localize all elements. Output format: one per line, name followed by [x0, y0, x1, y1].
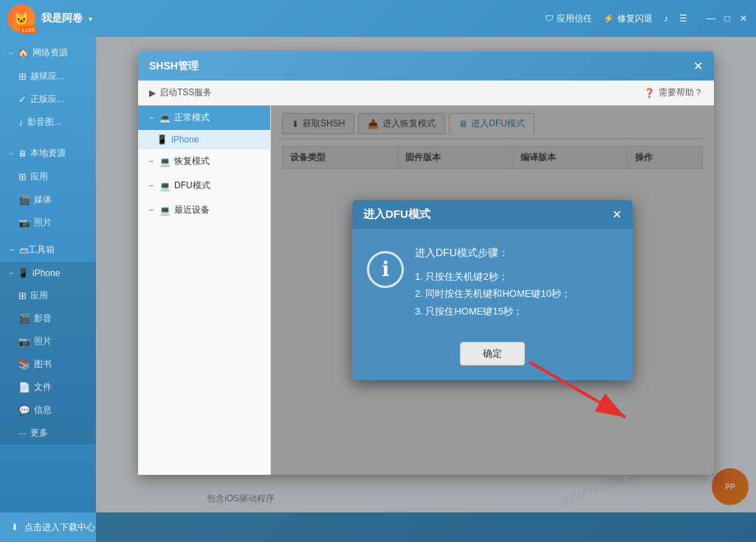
level-badge: Lv26	[20, 26, 37, 34]
jailbreak-label: 越狱应...	[30, 70, 64, 83]
shsh-modal-close-button[interactable]: ✕	[693, 59, 703, 73]
minus-icon5: －	[147, 204, 156, 216]
music-note-icon: ♪	[18, 117, 24, 128]
username: 我是阿卷	[41, 12, 83, 25]
iphone-apps-label: 应用	[30, 289, 48, 302]
minus-icon3: －	[147, 155, 156, 168]
dfu-modal: 进入DFU模式 ✕ ℹ 进入DFU模式步骤： 1. 只按住关机键2秒； 2. 同…	[352, 200, 633, 380]
sidebar-item-media[interactable]: 🎬 媒体	[0, 188, 96, 211]
flash-fix-button[interactable]: ⚡ 修复闪退	[603, 13, 653, 25]
maximize-button[interactable]: □	[722, 13, 732, 24]
tss-start-button[interactable]: ▶ 启动TSS服务	[149, 86, 212, 99]
tss-label: 启动TSS服务	[159, 86, 212, 99]
sidebar-item-iphone-files[interactable]: 📄 文件	[0, 376, 96, 399]
collapse-icon3: －	[7, 268, 15, 278]
sidebar-item-photos[interactable]: 📷 照片	[0, 211, 96, 234]
sidebar-item-iphone-photos[interactable]: 📷 照片	[0, 330, 96, 353]
sidebar-item-music[interactable]: ♪ 影音图...	[0, 111, 96, 134]
iphone-messages-label: 信息	[34, 404, 52, 416]
iphone-media-icon: 🎬	[18, 313, 30, 324]
sidebar-item-iphone-media[interactable]: 🎬 影音	[0, 307, 96, 330]
sidebar-item-toolbox[interactable]: － 🗃 工具箱	[0, 238, 96, 262]
media-icon: 🎬	[18, 194, 30, 205]
dfu-modal-title: 进入DFU模式	[363, 207, 430, 222]
sidebar-item-iphone-more[interactable]: ··· 更多	[0, 422, 96, 445]
sidebar-item-iphone-messages[interactable]: 💬 信息	[0, 399, 96, 422]
sidebar: － 🏠 网络资源 ⊞ 越狱应... ✓ 正版应... ♪ 影音图... － 🖥 …	[0, 37, 96, 542]
dfu-modal-body: ℹ 进入DFU模式步骤： 1. 只按住关机键2秒； 2. 同时按住关机键和HOM…	[352, 229, 633, 335]
sidebar-item-local[interactable]: － 🖥 本地资源	[0, 141, 96, 165]
recovery-label: 恢复模式	[174, 155, 210, 168]
lightning-icon: ⚡	[603, 13, 614, 24]
music-icon: ♪	[664, 13, 668, 24]
recent-label: 最近设备	[174, 204, 210, 216]
iphone-files-icon: 📄	[18, 382, 30, 393]
dfu-confirm-button[interactable]: 确定	[460, 342, 525, 366]
shsh-recovery-mode-item[interactable]: － 💻 恢复模式	[138, 149, 270, 174]
collapse-icon: －	[7, 48, 15, 58]
dfu-label: DFU模式	[174, 179, 210, 192]
shsh-recent-devices-item[interactable]: － 💻 最近设备	[138, 198, 270, 222]
sidebar-item-network[interactable]: － 🏠 网络资源	[0, 41, 96, 65]
iphone-books-icon: 📚	[18, 359, 30, 370]
local-section: － 🖥 本地资源 ⊞ 应用 🎬 媒体 📷 照片	[0, 137, 96, 238]
content-area: www.hackhome.com SHSH管理 ✕ ▶ 启动TSS服务 ❓	[96, 37, 756, 542]
local-label: 本地资源	[30, 147, 66, 159]
tss-toolbar: ▶ 启动TSS服务 ❓ 需要帮助？	[138, 80, 714, 106]
shsh-normal-mode-header[interactable]: － 💻 正常模式	[138, 106, 270, 130]
dfu-modal-footer: 确定	[352, 335, 633, 380]
download-center-label[interactable]: 点击进入下载中心	[24, 521, 95, 534]
sidebar-item-official[interactable]: ✓ 正版应...	[0, 88, 96, 111]
dfu-steps: 进入DFU模式步骤： 1. 只按住关机键2秒； 2. 同时按住关机键和HOME键…	[415, 244, 571, 320]
toolbox-icon: 🗃	[19, 245, 28, 255]
dfu-icon: 💻	[159, 181, 171, 191]
help-label: 需要帮助？	[659, 86, 703, 99]
dropdown-arrow-icon[interactable]: ▾	[89, 15, 92, 23]
recovery-icon: 💻	[159, 157, 171, 167]
shsh-right-panel: ⬇ 获取SHSH 📥 进入恢复模式 🖥 进入DFU模式	[271, 106, 714, 475]
sidebar-item-iphone-header[interactable]: － 📱 iPhone	[0, 262, 96, 284]
trust-button[interactable]: 🛡 应用信任	[545, 13, 592, 25]
close-button[interactable]: ✕	[738, 13, 749, 24]
avatar: 🐱 Lv26	[7, 4, 35, 32]
help-button[interactable]: ❓ 需要帮助？	[644, 86, 703, 99]
shsh-modal-overlay: SHSH管理 ✕ ▶ 启动TSS服务 ❓ 需要帮助？	[96, 37, 756, 542]
play-icon: ▶	[149, 88, 156, 98]
step-1: 1. 只按住关机键2秒；	[415, 268, 571, 285]
info-icon: ℹ	[367, 251, 404, 288]
steps-title: 进入DFU模式步骤：	[415, 244, 571, 262]
sidebar-item-jailbreak[interactable]: ⊞ 越狱应...	[0, 65, 96, 88]
shsh-iphone-item[interactable]: 📱 iPhone	[138, 130, 270, 149]
dfu-modal-overlay: 进入DFU模式 ✕ ℹ 进入DFU模式步骤： 1. 只按住关机键2秒； 2. 同…	[271, 106, 714, 475]
music-button[interactable]: ♪	[664, 13, 668, 24]
monitor-icon2: 💻	[159, 113, 171, 123]
music-label: 影音图...	[27, 116, 61, 128]
iphone-media-label: 影音	[34, 312, 52, 325]
shsh-modal-title: SHSH管理	[149, 60, 199, 73]
network-label: 网络资源	[32, 47, 68, 59]
title-bar-right: 🛡 应用信任 ⚡ 修复闪退 ♪ ☰ — □ ✕	[545, 0, 749, 37]
dfu-close-button[interactable]: ✕	[612, 207, 622, 222]
minimize-button[interactable]: —	[706, 13, 716, 24]
more-icon: ···	[18, 428, 27, 439]
check-icon: ✓	[18, 94, 27, 105]
iphone-apps-icon: ⊞	[18, 290, 27, 301]
main-layout: － 🏠 网络资源 ⊞ 越狱应... ✓ 正版应... ♪ 影音图... － 🖥 …	[0, 37, 756, 542]
title-bar-left: 🐱 Lv26 我是阿卷 ▾	[7, 4, 92, 32]
menu-button[interactable]: ☰	[679, 13, 687, 24]
iphone-icon: 📱	[18, 268, 29, 278]
sidebar-item-iphone-books[interactable]: 📚 图书	[0, 353, 96, 376]
shsh-content: － 💻 正常模式 📱 iPhone － 💻 恢复模式	[138, 106, 714, 475]
iphone-label: iPhone	[32, 268, 60, 278]
step-3: 3. 只按住HOME键15秒；	[415, 303, 571, 320]
sidebar-item-apps[interactable]: ⊞ 应用	[0, 165, 96, 188]
iphone-more-label: 更多	[30, 427, 48, 439]
recent-icon: 💻	[159, 205, 171, 216]
sidebar-item-iphone-apps[interactable]: ⊞ 应用	[0, 284, 96, 307]
iphone-sub-label: iPhone	[171, 134, 199, 145]
photos-label: 照片	[34, 216, 52, 229]
hamburger-icon: ☰	[679, 13, 687, 24]
shsh-dfu-mode-item[interactable]: － 💻 DFU模式	[138, 174, 270, 198]
normal-mode-label: 正常模式	[174, 112, 210, 124]
media-label: 媒体	[34, 193, 52, 206]
